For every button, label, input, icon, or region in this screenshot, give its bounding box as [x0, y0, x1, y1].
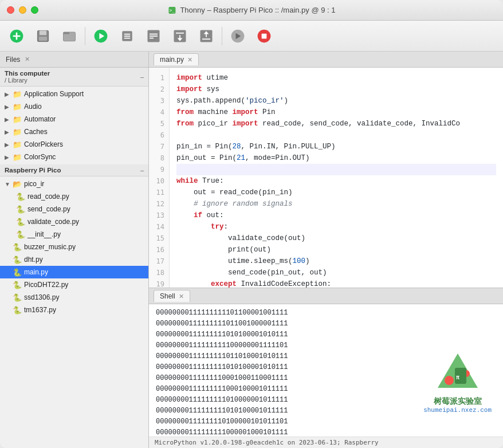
main-layout: Files ✕ This computer / Library – ▶ 📁 Ap… — [0, 52, 503, 448]
line-number-5: 5 — [149, 118, 169, 129]
step-over-button[interactable] — [142, 24, 166, 48]
line-number-18: 18 — [149, 267, 169, 278]
editor-tab-label: main.py — [160, 56, 184, 64]
shell-line-10: 00000000111111110100000101011101 — [156, 416, 496, 427]
code-line-16: print(out) — [176, 244, 496, 256]
code-line-2: import sys — [176, 84, 496, 95]
line-number-7: 7 — [149, 141, 169, 152]
code-line-1: import utime — [176, 72, 496, 84]
tree-item-caches[interactable]: ▶ 📁 Caches — [0, 125, 148, 138]
code-line-19: except InvalidCodeException: — [176, 278, 496, 288]
editor-tab-main[interactable]: main.py ✕ — [154, 53, 199, 65]
close-button[interactable] — [7, 6, 14, 14]
tree-item-application-support[interactable]: ▶ 📁 Application Support — [0, 88, 148, 100]
tree-item-colorsync[interactable]: ▶ 📁 ColorSync — [0, 151, 148, 163]
shell-line-1: 00000000111111111011001000001111 — [156, 319, 496, 329]
code-line-18: send_code(pin_out, out) — [176, 267, 496, 278]
arrow-icon: ▼ — [5, 181, 13, 187]
save-button[interactable] — [31, 24, 55, 48]
tree-item-send-code[interactable]: 🐍 send_code.py — [0, 203, 148, 215]
shell-tab-close[interactable]: ✕ — [179, 293, 184, 300]
step-into-button[interactable] — [168, 24, 192, 48]
tree-item-init[interactable]: 🐍 __init__.py — [0, 228, 148, 241]
resume-button[interactable] — [226, 24, 250, 48]
py-file-icon: 🐍 — [13, 242, 22, 251]
code-line-17: utime.sleep_ms(100) — [176, 256, 496, 267]
toolbar-separator-1 — [85, 27, 85, 45]
py-file-icon: 🐍 — [16, 230, 25, 239]
rpi-collapse[interactable]: – — [140, 167, 144, 174]
stop-button[interactable] — [252, 24, 276, 48]
line-number-4: 4 — [149, 107, 169, 118]
tree-item-pico-ir[interactable]: ▼ 📂 pico_ir — [0, 178, 148, 190]
code-line-5: from pico_ir import read_code, send_code… — [176, 118, 496, 129]
window-title: >_ Thonny – Raspberry Pi Pico :: /main.p… — [167, 6, 335, 15]
line-number-2: 2 — [149, 84, 169, 95]
line-number-1: 1 — [149, 72, 169, 84]
shell-tab-bar: Shell ✕ — [149, 288, 503, 304]
shell-line-2: 00000000111111111010100001010111 — [156, 329, 496, 340]
tree-item-tm1637[interactable]: ▶ 🐍 tm1637.py — [0, 304, 148, 316]
folder-icon: 📁 — [13, 127, 22, 136]
svg-rect-7 — [39, 36, 47, 40]
shell-tab-label: Shell — [160, 292, 175, 300]
folder-icon: 📁 — [13, 140, 22, 149]
this-computer-label: This computer — [5, 70, 50, 77]
code-lines[interactable]: import utimeimport syssys.path.append('p… — [170, 68, 503, 288]
files-panel-tab: Files ✕ — [0, 52, 148, 68]
editor-tab-close[interactable]: ✕ — [187, 56, 192, 64]
tree-item-ssd1306[interactable]: ▶ 🐍 ssd1306.py — [0, 291, 148, 304]
this-computer-tree: ▶ 📁 Application Support ▶ 📁 Audio ▶ 📁 Au… — [0, 87, 148, 164]
load-button[interactable] — [57, 24, 81, 48]
line-number-16: 16 — [149, 244, 169, 256]
py-file-icon: 🐍 — [16, 192, 25, 201]
py-file-icon: 🐍 — [16, 217, 25, 226]
maximize-button[interactable] — [31, 6, 38, 14]
tree-item-read-code[interactable]: 🐍 read_code.py — [0, 190, 148, 203]
minimize-button[interactable] — [19, 6, 26, 14]
tree-item-main[interactable]: ▶ 🐍 main.py — [0, 266, 148, 278]
new-button[interactable] — [5, 24, 29, 48]
py-file-icon: 🐍 — [13, 268, 22, 277]
title-bar: >_ Thonny – Raspberry Pi Pico :: /main.p… — [0, 0, 503, 21]
tree-item-audio[interactable]: ▶ 📁 Audio — [0, 100, 148, 113]
this-computer-header-text: This computer / Library — [5, 70, 50, 84]
tree-item-colorpickers[interactable]: ▶ 📁 ColorPickers — [0, 138, 148, 151]
toolbar-separator-2 — [222, 27, 222, 45]
this-computer-collapse[interactable]: – — [140, 73, 144, 80]
code-line-7: pin_in = Pin(28, Pin.IN, Pin.PULL_UP) — [176, 141, 496, 152]
step-out-button[interactable] — [194, 24, 218, 48]
svg-rect-6 — [40, 30, 46, 35]
py-file-icon: 🐍 — [13, 255, 22, 264]
shell-tab[interactable]: Shell ✕ — [154, 290, 190, 302]
svg-point-33 — [445, 376, 454, 385]
files-content: This computer / Library – ▶ 📁 Applicatio… — [0, 68, 148, 448]
arrow-icon: ▶ — [5, 154, 13, 160]
arrow-icon: ▶ — [5, 91, 13, 97]
tree-item-dht[interactable]: ▶ 🐍 dht.py — [0, 253, 148, 266]
line-number-9: 9 — [149, 164, 169, 175]
this-computer-path: / Library — [5, 77, 50, 84]
py-file-icon: 🐍 — [13, 293, 22, 302]
tree-item-automator[interactable]: ▶ 📁 Automator — [0, 113, 148, 125]
line-number-3: 3 — [149, 95, 169, 107]
watermark: π 树莓派实验室 shumeipai.nxez.com — [423, 351, 492, 414]
line-number-19: 19 — [149, 278, 169, 288]
editor-content[interactable]: 1234567891011121314151617181920 import u… — [149, 68, 503, 288]
run-button[interactable] — [89, 24, 113, 48]
debug-button[interactable] — [115, 24, 139, 48]
line-number-12: 12 — [149, 198, 169, 210]
py-file-icon: 🐍 — [13, 280, 22, 289]
tree-item-buzzer-music[interactable]: ▶ 🐍 buzzer_music.py — [0, 241, 148, 253]
editor-tab-bar: main.py ✕ — [149, 52, 503, 68]
line-number-15: 15 — [149, 233, 169, 244]
files-tab-close[interactable]: ✕ — [25, 56, 30, 63]
code-line-6 — [176, 129, 496, 141]
shell-status-text: MicroPython v1.20.0-198-g0eacdeh1c on 20… — [155, 439, 379, 446]
arrow-icon: ▶ — [5, 116, 13, 123]
tree-item-picodht22[interactable]: ▶ 🐍 PicoDHT22.py — [0, 278, 148, 291]
code-line-14: try: — [176, 221, 496, 233]
folder-open-icon: 📂 — [13, 179, 22, 188]
tree-item-validate-code[interactable]: 🐍 validate_code.py — [0, 215, 148, 228]
shell-content[interactable]: 0000000011111111110110000100111100000000… — [149, 304, 503, 437]
